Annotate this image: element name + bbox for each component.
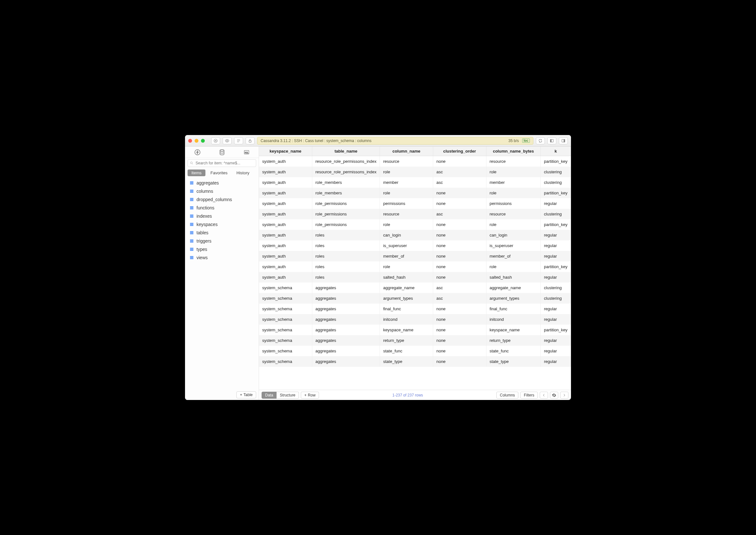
cell[interactable]: clustering	[541, 283, 571, 293]
cell[interactable]: roles	[312, 272, 380, 283]
cell[interactable]: regular	[541, 251, 571, 262]
cell[interactable]: system_auth	[259, 230, 312, 240]
cell[interactable]: asc	[433, 283, 486, 293]
cell[interactable]: regular	[541, 303, 571, 314]
cell[interactable]: role	[380, 262, 433, 272]
cell[interactable]: resource_role_permissons_index	[312, 156, 380, 167]
cell[interactable]: resource_role_permissons_index	[312, 167, 380, 177]
cell[interactable]: aggregates	[312, 335, 380, 346]
cell[interactable]: partition_key	[541, 156, 571, 167]
sidebar-item-triggers[interactable]: triggers	[185, 237, 259, 245]
table-row[interactable]: system_authrole_permissionsresourceascre…	[259, 209, 571, 219]
cell[interactable]: role_permissions	[312, 198, 380, 209]
cell[interactable]: system_auth	[259, 272, 312, 283]
cell[interactable]: system_auth	[259, 251, 312, 262]
cell[interactable]: aggregates	[312, 324, 380, 335]
cell[interactable]: none	[433, 230, 486, 240]
cell[interactable]: member_of	[486, 251, 541, 262]
cell[interactable]: system_auth	[259, 219, 312, 230]
cell[interactable]: keyspace_name	[486, 324, 541, 335]
cell[interactable]: state_func	[380, 346, 433, 356]
cell[interactable]: regular	[541, 346, 571, 356]
cell[interactable]: permissions	[486, 198, 541, 209]
table-row[interactable]: system_schemaaggregatesfinal_funcnonefin…	[259, 303, 571, 314]
cell[interactable]: asc	[433, 209, 486, 219]
cell[interactable]: argument_types	[380, 293, 433, 303]
cell[interactable]: aggregates	[312, 314, 380, 324]
cell[interactable]: role	[486, 262, 541, 272]
cell[interactable]: initcond	[380, 314, 433, 324]
table-row[interactable]: system_authrolessalted_hashnonesalted_ha…	[259, 272, 571, 283]
cell[interactable]: roles	[312, 240, 380, 251]
cell[interactable]: none	[433, 198, 486, 209]
cell[interactable]: partition_key	[541, 188, 571, 198]
columns-button[interactable]: Columns	[496, 392, 518, 399]
table-row[interactable]: system_schemaaggregatesreturn_typenonere…	[259, 335, 571, 346]
cell[interactable]: clustering	[541, 177, 571, 188]
cell[interactable]: member	[380, 177, 433, 188]
cell[interactable]: none	[433, 219, 486, 230]
cell[interactable]: role	[380, 219, 433, 230]
cell[interactable]: roles	[312, 262, 380, 272]
cell[interactable]: partition_key	[541, 219, 571, 230]
cell[interactable]: system_schema	[259, 314, 312, 324]
cell[interactable]: clustering	[541, 293, 571, 303]
table-row[interactable]: system_authresource_role_permissons_inde…	[259, 156, 571, 167]
cell[interactable]: none	[433, 251, 486, 262]
cell[interactable]: system_schema	[259, 335, 312, 346]
column-header-clustering_order[interactable]: clustering_order	[433, 147, 486, 156]
cell[interactable]: aggregates	[312, 303, 380, 314]
cell[interactable]: system_schema	[259, 283, 312, 293]
cell[interactable]: roles	[312, 251, 380, 262]
cell[interactable]: role	[486, 188, 541, 198]
refresh-icon[interactable]	[536, 137, 545, 144]
cell[interactable]: aggregates	[312, 346, 380, 356]
tab-favorites[interactable]: Favorites	[207, 170, 231, 176]
table-row[interactable]: system_schemaaggregatesstate_typenonesta…	[259, 356, 571, 367]
table-row[interactable]: system_authrolesmember_ofnonemember_ofre…	[259, 251, 571, 262]
cell[interactable]: initcond	[486, 314, 541, 324]
cell[interactable]: none	[433, 356, 486, 367]
cell[interactable]: aggregate_name	[486, 283, 541, 293]
cell[interactable]: resource	[380, 156, 433, 167]
sql-icon[interactable]: SQL	[243, 149, 250, 156]
cell[interactable]: regular	[541, 314, 571, 324]
cell[interactable]: return_type	[380, 335, 433, 346]
cell[interactable]: system_schema	[259, 293, 312, 303]
column-header-k[interactable]: k	[541, 147, 571, 156]
cell[interactable]: resource	[380, 209, 433, 219]
panel-left-icon[interactable]	[547, 137, 556, 144]
cell[interactable]: none	[433, 335, 486, 346]
cell[interactable]: system_schema	[259, 346, 312, 356]
tab-items[interactable]: Items	[188, 170, 205, 176]
sidebar-item-functions[interactable]: functions	[185, 204, 259, 212]
prev-page-button[interactable]	[540, 392, 548, 399]
cell[interactable]: is_superuser	[486, 240, 541, 251]
close-window-button[interactable]	[188, 139, 192, 143]
cell[interactable]: clustering	[541, 167, 571, 177]
cell[interactable]: regular	[541, 335, 571, 346]
cell[interactable]: system_schema	[259, 324, 312, 335]
table-row[interactable]: system_schemaaggregatesinitcondnoneinitc…	[259, 314, 571, 324]
cell[interactable]: none	[433, 272, 486, 283]
cell[interactable]: resource	[486, 156, 541, 167]
add-row-button[interactable]: + Row	[301, 392, 319, 399]
cell[interactable]: regular	[541, 240, 571, 251]
cell[interactable]: salted_hash	[380, 272, 433, 283]
cell[interactable]: permissions	[380, 198, 433, 209]
cell[interactable]: system_schema	[259, 303, 312, 314]
cell[interactable]: none	[433, 188, 486, 198]
table-row[interactable]: system_authrole_membersmemberascmembercl…	[259, 177, 571, 188]
cell[interactable]: asc	[433, 167, 486, 177]
column-header-column_name[interactable]: column_name	[380, 147, 433, 156]
cell[interactable]: member	[486, 177, 541, 188]
cell[interactable]: system_auth	[259, 262, 312, 272]
cell[interactable]: role_permissions	[312, 209, 380, 219]
cell[interactable]: state_type	[380, 356, 433, 367]
cell[interactable]: can_login	[486, 230, 541, 240]
sidebar-item-tables[interactable]: tables	[185, 229, 259, 237]
search-input[interactable]	[196, 161, 254, 165]
table-row[interactable]: system_authrole_permissionspermissionsno…	[259, 198, 571, 209]
cell[interactable]: final_func	[486, 303, 541, 314]
cell[interactable]: system_auth	[259, 240, 312, 251]
